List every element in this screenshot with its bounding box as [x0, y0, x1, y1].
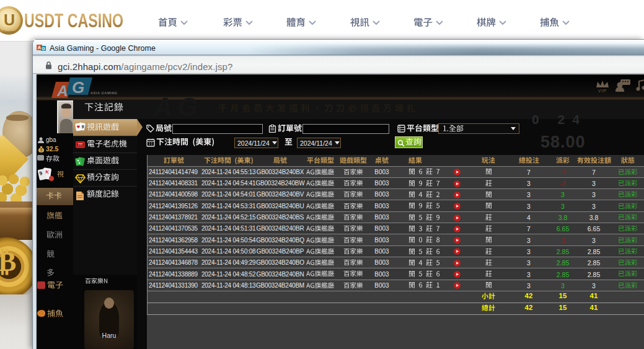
svg-text:777: 777: [78, 143, 83, 146]
svg-text:G: G: [72, 78, 84, 97]
svg-text:$: $: [40, 148, 43, 152]
svg-text:VIP: VIP: [598, 89, 607, 93]
svg-text:G: G: [42, 46, 45, 51]
svg-text:A: A: [38, 45, 42, 50]
svg-text:A: A: [56, 82, 68, 99]
